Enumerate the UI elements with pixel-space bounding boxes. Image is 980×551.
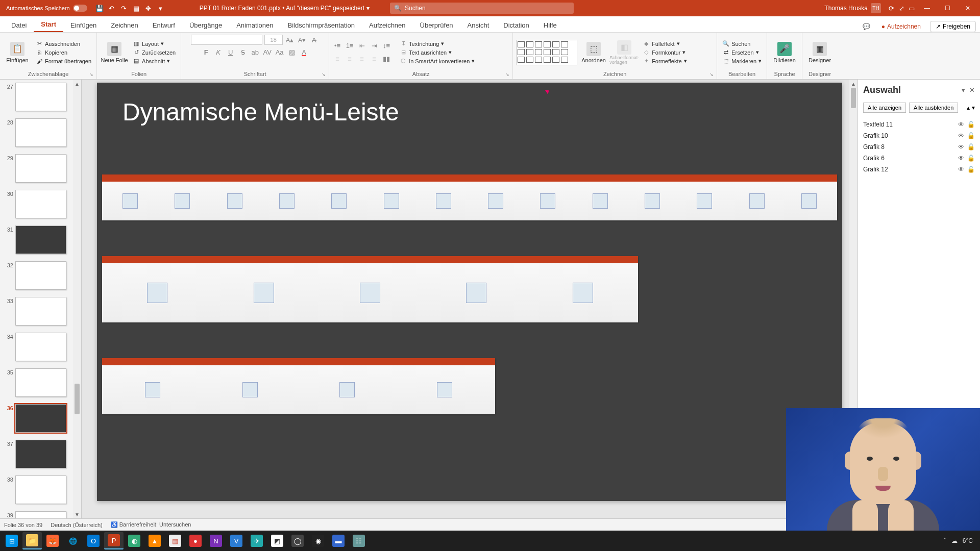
close-button[interactable]: ✕ <box>958 0 978 16</box>
sync-icon[interactable]: ⟳ <box>886 3 896 13</box>
paste-button[interactable]: 📋 Einfügen <box>3 36 32 69</box>
maximize-button[interactable]: ☐ <box>937 0 958 16</box>
scroll-up-icon[interactable]: ▲ <box>75 80 80 88</box>
designer-button[interactable]: ▦Designer <box>805 36 834 69</box>
visibility-icon[interactable]: 👁 <box>958 155 964 162</box>
tab-entwurf[interactable]: Entwurf <box>145 18 182 32</box>
thumbnail-slide-36[interactable]: 36 <box>0 403 81 439</box>
lock-icon[interactable]: 🔓 <box>967 132 975 139</box>
taskbar-telegram[interactable]: ✈ <box>247 532 266 549</box>
dialog-launcher-icon[interactable]: ↘ <box>322 72 326 77</box>
align-center-icon[interactable]: ≡ <box>345 54 355 64</box>
copy-button[interactable]: ⎘Kopieren <box>34 48 93 57</box>
tab-zeichnen[interactable]: Zeichnen <box>104 18 145 32</box>
thumbnail-preview[interactable] <box>15 83 66 111</box>
char-spacing-icon[interactable]: AV <box>262 47 273 57</box>
selection-item[interactable]: Grafik 10👁🔓 <box>863 130 975 141</box>
thumbnail-slide-29[interactable]: 29 <box>0 153 81 189</box>
font-family-input[interactable] <box>191 35 262 45</box>
app-window-icon[interactable]: ▭ <box>906 3 917 13</box>
shape-effects-button[interactable]: ✦Formeffekte ▾ <box>641 57 689 65</box>
temperature-label[interactable]: 6°C <box>963 537 973 544</box>
shape-outline-button[interactable]: ◇Formkontur ▾ <box>641 48 689 57</box>
text-direction-button[interactable]: ↧Textrichtung ▾ <box>398 40 477 48</box>
taskbar-app8[interactable]: ☷ <box>349 532 369 549</box>
record-button[interactable]: ● Aufzeichnen <box>876 21 926 32</box>
thumbnail-slide-28[interactable]: 28 <box>0 117 81 153</box>
hide-all-button[interactable]: Alle ausblenden <box>909 103 958 113</box>
move-up-icon[interactable]: ▴ <box>967 104 970 111</box>
comments-icon[interactable]: 💬 <box>861 21 872 32</box>
strikethrough-icon[interactable]: S̶ <box>238 47 248 57</box>
thumbnail-preview[interactable] <box>15 511 66 518</box>
dialog-launcher-icon[interactable]: ↘ <box>505 72 509 77</box>
justify-icon[interactable]: ≡ <box>369 54 379 64</box>
save-icon[interactable]: 💾 <box>94 3 105 13</box>
visibility-icon[interactable]: 👁 <box>958 166 964 173</box>
qat-customize-icon[interactable]: ▾ <box>156 3 166 13</box>
arrange-button[interactable]: ⬚Anordnen <box>579 36 608 69</box>
change-case-icon[interactable]: Aa <box>275 47 285 57</box>
decrease-indent-icon[interactable]: ⇤ <box>357 41 367 51</box>
thumbnail-slide-39[interactable]: 39 <box>0 510 81 518</box>
scroll-handle[interactable] <box>851 88 856 108</box>
pane-options-icon[interactable]: ▾ <box>962 86 965 94</box>
section-button[interactable]: ▤Abschnitt ▾ <box>131 57 178 65</box>
line-spacing-icon[interactable]: ↕≡ <box>381 41 391 51</box>
thumbnail-scrollbar[interactable]: ▲ ▼ <box>73 80 81 518</box>
weather-icon[interactable]: ☁ <box>951 537 958 544</box>
selection-item[interactable]: Grafik 12👁🔓 <box>863 164 975 175</box>
visibility-icon[interactable]: 👁 <box>958 132 964 139</box>
tab-start[interactable]: Start <box>34 17 63 32</box>
numbering-icon[interactable]: 1≡ <box>345 41 355 51</box>
taskbar-app3[interactable]: ● <box>186 532 205 549</box>
find-button[interactable]: 🔍Suchen <box>720 40 764 48</box>
lock-icon[interactable]: 🔓 <box>967 121 975 128</box>
accessibility-checker[interactable]: ♿ Barrierefreiheit: Untersuchen <box>111 521 191 528</box>
undo-icon[interactable]: ↶ <box>107 3 117 13</box>
thumbnail-preview[interactable] <box>15 368 66 397</box>
thumbnail-preview[interactable] <box>15 226 66 254</box>
tab-aufzeichnen[interactable]: Aufzeichnen <box>362 18 413 32</box>
align-right-icon[interactable]: ≡ <box>357 54 367 64</box>
thumbnail-preview[interactable] <box>15 404 66 433</box>
tab-datei[interactable]: Datei <box>4 18 34 32</box>
thumbnail-preview[interactable] <box>15 440 66 468</box>
taskbar-app1[interactable]: ◐ <box>125 532 144 549</box>
dictate-button[interactable]: 🎤Diktieren <box>770 36 799 69</box>
slide-counter[interactable]: Folie 36 von 39 <box>4 522 42 528</box>
dialog-launcher-icon[interactable]: ↘ <box>709 72 714 77</box>
taskbar-app7[interactable]: ▬ <box>329 532 348 549</box>
shape-fill-button[interactable]: ◆Fülleffekt ▾ <box>641 40 689 48</box>
quick-styles-button[interactable]: ◧Schnellformat-vorlagen <box>610 36 639 69</box>
language-indicator[interactable]: Deutsch (Österreich) <box>51 522 102 528</box>
taskbar-outlook[interactable]: O <box>84 532 103 549</box>
decrease-font-icon[interactable]: A▾ <box>297 35 307 45</box>
thumbnail-preview[interactable] <box>15 297 66 325</box>
tab-hilfe[interactable]: Hilfe <box>536 18 564 32</box>
highlight-icon[interactable]: ▨ <box>287 47 297 57</box>
selection-item[interactable]: Grafik 8👁🔓 <box>863 141 975 153</box>
taskbar-chrome[interactable]: 🌐 <box>63 532 83 549</box>
search-input[interactable]: 🔍 Suchen <box>390 3 574 14</box>
thumbnail-slide-31[interactable]: 31 <box>0 224 81 260</box>
slide-editor[interactable]: Dynamische Menü-Leiste ▲ ▼ <box>82 80 857 518</box>
layout-button[interactable]: ▥Layout ▾ <box>131 40 178 48</box>
lock-icon[interactable]: 🔓 <box>967 166 975 173</box>
tab-ueberpruefen[interactable]: Überprüfen <box>413 18 460 32</box>
slide-canvas[interactable]: Dynamische Menü-Leiste <box>97 83 842 501</box>
cut-button[interactable]: ✂Ausschneiden <box>34 40 93 48</box>
new-slide-button[interactable]: ▦ Neue Folie <box>100 36 129 69</box>
tab-ansicht[interactable]: Ansicht <box>460 18 497 32</box>
font-size-input[interactable] <box>264 35 283 45</box>
thumbnail-slide-35[interactable]: 35 <box>0 367 81 403</box>
system-tray[interactable]: ˄ ☁ 6°C <box>943 537 978 544</box>
thumbnail-slide-32[interactable]: 32 <box>0 260 81 296</box>
taskbar-visio[interactable]: V <box>227 532 246 549</box>
increase-font-icon[interactable]: A▴ <box>285 35 295 45</box>
scroll-up-icon[interactable]: ▲ <box>849 80 857 88</box>
thumbnail-slide-38[interactable]: 38 <box>0 474 81 510</box>
reset-button[interactable]: ↺Zurücksetzen <box>131 48 178 57</box>
thumbnail-slide-33[interactable]: 33 <box>0 296 81 332</box>
thumbnail-slide-34[interactable]: 34 <box>0 332 81 367</box>
